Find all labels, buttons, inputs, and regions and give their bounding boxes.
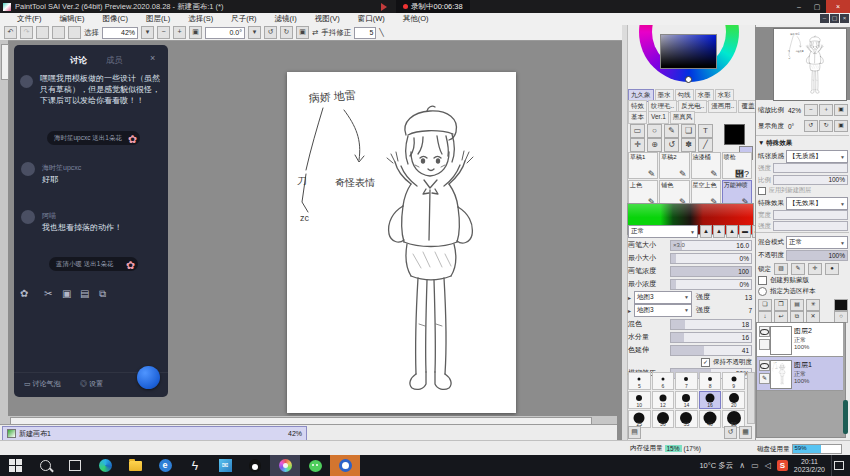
settings-button[interactable]: ◎ 设置 — [80, 379, 103, 389]
min-density-slider[interactable]: 0% — [670, 279, 752, 290]
menu-window[interactable]: 窗口(W) — [349, 14, 394, 24]
brush-tab[interactable]: Ver.1 — [648, 111, 669, 124]
persistence-slider[interactable]: 41 — [670, 345, 752, 356]
clipping-checkbox[interactable] — [758, 276, 767, 285]
rotate-cw-button[interactable]: ↻ — [280, 26, 293, 39]
network-icon[interactable]: ▭ — [751, 461, 759, 470]
image-icon[interactable]: ▣ — [62, 288, 71, 299]
weather-widget[interactable]: 10°C 多云 — [699, 461, 733, 471]
paper-scale-slider[interactable]: 100% — [773, 175, 848, 185]
zoom-out-button[interactable]: − — [157, 26, 170, 39]
brush-tab[interactable]: 黑真风 — [670, 111, 696, 124]
floating-assistant-button[interactable] — [137, 366, 160, 389]
sai-taskbar-icon[interactable] — [270, 455, 300, 476]
tab-discussion[interactable]: 讨论 — [70, 55, 87, 67]
brush-tab[interactable]: 基本 — [628, 111, 647, 124]
lightning-app-icon[interactable]: ϟ — [180, 455, 210, 476]
task-view-button[interactable] — [60, 455, 90, 476]
nav-rotate-ccw-button[interactable]: ↺ — [804, 120, 818, 132]
texture-dropdown[interactable]: 地图3▼ — [634, 304, 692, 317]
rect-select-tool[interactable]: ▭ — [630, 124, 645, 138]
reset-button[interactable]: ↺ — [724, 426, 737, 439]
lock-paint-icon[interactable]: ✎ — [791, 263, 805, 275]
size-cell[interactable]: 12 — [652, 391, 675, 409]
zoom-reset-button[interactable]: ▣ — [189, 26, 202, 39]
size-cell[interactable]: 8 — [699, 372, 722, 390]
blend-mode-dropdown[interactable]: 正常▼ — [786, 236, 848, 249]
menu-edit[interactable]: 编辑(E) — [51, 14, 94, 24]
paper-texture-dropdown[interactable]: 【无质感】▼ — [786, 150, 848, 163]
size-cell[interactable]: 14 — [675, 391, 698, 409]
size-cell[interactable]: 9 — [722, 372, 745, 390]
layer-visible-icon[interactable] — [759, 326, 770, 337]
wechat-icon[interactable] — [300, 455, 330, 476]
size-cell[interactable]: 10 — [628, 391, 651, 409]
size-cell[interactable]: 7 — [675, 372, 698, 390]
brush-shape-button[interactable]: ▲ — [700, 225, 712, 238]
navigator-thumbnail[interactable] — [773, 28, 847, 101]
primary-color-swatch[interactable] — [724, 124, 745, 145]
menu-file[interactable]: 文件(F) — [8, 14, 51, 24]
effect-strength-slider[interactable] — [773, 221, 848, 231]
mail-app-icon[interactable]: ✉ — [210, 455, 240, 476]
nav-angle-reset-button[interactable]: ▣ — [834, 120, 848, 132]
grid-view-button[interactable]: ▦ — [739, 426, 752, 439]
overlay-close-button[interactable]: × — [840, 14, 849, 23]
canvas-tab[interactable]: 新建画布1 42% — [2, 426, 307, 441]
angle-reset-button[interactable]: ▣ — [296, 26, 309, 39]
menu-layer[interactable]: 图层(L) — [137, 14, 179, 24]
size-grid-scrollbar[interactable] — [747, 372, 755, 424]
brush-item[interactable]: 草稿2✎ — [659, 152, 689, 179]
move-tool[interactable]: ✛ — [630, 138, 645, 152]
layer-extra-checkbox[interactable] — [759, 339, 770, 350]
effect-width-slider[interactable] — [773, 210, 848, 220]
zoom-tool[interactable]: ⊕ — [647, 138, 662, 152]
gift-flower-icon[interactable]: ✿ — [20, 288, 28, 299]
hue-marker[interactable] — [685, 76, 692, 83]
lock-transparency-icon[interactable]: ▨ — [774, 263, 788, 275]
horizontal-scrollbar[interactable] — [0, 416, 617, 424]
stamp-tool[interactable]: ❏ — [681, 124, 696, 138]
new-layer-button[interactable]: ❏ — [758, 299, 772, 311]
brush-size-slider[interactable]: ×3.0 16.0 — [670, 240, 752, 251]
fill-swatch-button[interactable]: ■ — [834, 299, 848, 311]
notification-center-button[interactable] — [831, 455, 846, 476]
taskbar-clock[interactable]: 20:112023/2/20 — [794, 458, 825, 474]
saturation-value-square[interactable] — [660, 34, 717, 69]
hand-tool[interactable]: ✽ — [681, 138, 696, 152]
undo-button[interactable]: ↶ — [4, 26, 17, 39]
lasso-tool[interactable]: ○ — [647, 124, 662, 138]
size-cell[interactable]: 5 — [628, 372, 651, 390]
fx-header-row[interactable]: ▼ 特殊效果 — [758, 139, 848, 148]
search-button[interactable] — [30, 455, 60, 476]
menu-other[interactable]: 其他(O) — [394, 14, 438, 24]
size-cell-selected[interactable]: 16 — [699, 391, 722, 409]
share-icon[interactable]: ⧉ — [99, 288, 106, 300]
apply-checkbox[interactable] — [758, 187, 766, 195]
new-folder-button[interactable]: ❐ — [774, 299, 788, 311]
qq-icon[interactable] — [240, 455, 270, 476]
brush-item[interactable]: 喷枪὎? — [722, 152, 752, 179]
chat-close-icon[interactable]: × — [150, 53, 155, 63]
nav-rotate-cw-button[interactable]: ↻ — [819, 120, 833, 132]
image-text-icon[interactable]: ▤ — [80, 288, 89, 299]
rotate-tool[interactable]: ↺ — [664, 138, 679, 152]
tab-members[interactable]: 成员 — [106, 55, 123, 67]
new-preset-button[interactable]: ▤ — [628, 426, 641, 439]
size-cell[interactable]: 20 — [722, 391, 745, 409]
special-effect-dropdown[interactable]: 【无效果】▼ — [786, 197, 848, 210]
brush-item[interactable]: 油漆桶✎ — [691, 152, 721, 179]
zoom-dropdown-button[interactable]: ▾ — [141, 26, 154, 39]
paper-strength-slider[interactable] — [773, 163, 848, 173]
flip-icon[interactable]: ⇄ — [312, 28, 318, 37]
menu-filter[interactable]: 滤镜(I) — [266, 14, 306, 24]
layer-row[interactable]: 图层2 正常 100% — [757, 323, 843, 357]
recorder-app-icon[interactable] — [330, 455, 360, 476]
edge-icon[interactable] — [90, 455, 120, 476]
brush-tab[interactable]: 漫画用.. — [708, 100, 737, 113]
tray-expand-icon[interactable]: ∧ — [739, 461, 745, 470]
lock-move-icon[interactable]: ✛ — [808, 263, 822, 275]
scissors-icon[interactable]: ✂ — [44, 288, 52, 299]
effect-layer-button[interactable]: ✳ — [806, 299, 820, 311]
layer-row-selected[interactable]: ✎ 图层1 正常 100% — [757, 357, 843, 391]
